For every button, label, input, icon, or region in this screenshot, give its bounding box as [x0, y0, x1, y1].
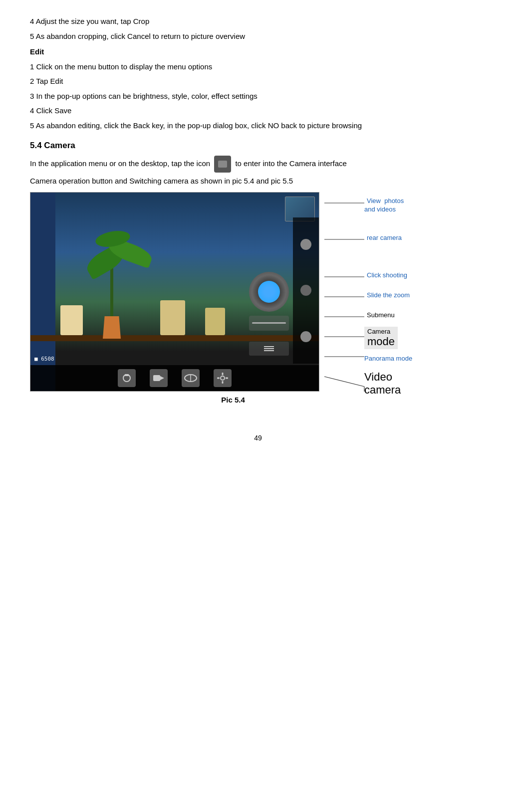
annotation-camera-mode: Camera mode: [364, 327, 398, 349]
svg-rect-10: [222, 373, 224, 375]
camera-ui-bar: [30, 365, 319, 391]
annotation-click-shooting: Click shooting: [364, 270, 410, 279]
camera-intro-1: In the application menu or on the deskto…: [30, 159, 210, 168]
annotation-submenu: Submenu: [364, 310, 397, 319]
camera-mode-large-label: mode: [367, 335, 395, 348]
shutter-inner: [258, 281, 280, 303]
camera-section: In the application menu or on the deskto…: [30, 156, 486, 404]
edit1-text: 1 Click on the menu button to display th…: [30, 60, 486, 73]
zoom-slider-area: [249, 316, 289, 331]
control-dot-2: [300, 285, 311, 296]
camera-mode-small-label: Camera: [367, 328, 395, 335]
para1-text: 4 Adjust the size you want, tap Crop: [30, 15, 486, 28]
svg-rect-0: [264, 346, 274, 347]
video-mode-btn[interactable]: [150, 369, 168, 387]
edit3-text: 3 In the pop-up options can be brightnes…: [30, 90, 486, 103]
svg-line-21: [324, 377, 364, 387]
camera-intro-3: Camera operation button and Switching ca…: [30, 177, 486, 185]
section-title: 5.4 Camera: [30, 141, 486, 151]
annotation-slide-zoom: Slide the zoom: [364, 290, 412, 299]
edit-section: Edit 1 Click on the menu button to displ…: [30, 45, 486, 132]
page-number: 49: [30, 434, 486, 442]
svg-rect-11: [222, 381, 224, 384]
settings-btn[interactable]: [214, 369, 232, 387]
plant-pot: [103, 316, 121, 339]
para2-text: 5 As abandon cropping, click Cancel to r…: [30, 30, 486, 43]
camera-mode-btn[interactable]: [118, 369, 136, 387]
shutter-button[interactable]: [249, 272, 289, 312]
edit-heading: Edit: [30, 47, 44, 56]
control-dot-3: [300, 331, 311, 342]
svg-rect-13: [226, 378, 228, 379]
svg-rect-4: [125, 374, 129, 376]
camera-intro: In the application menu or on the deskto…: [30, 156, 486, 173]
click-shooting-label: Click shooting: [364, 270, 410, 280]
submenu-label: Submenu: [364, 310, 397, 320]
svg-marker-6: [160, 376, 164, 380]
svg-rect-2: [264, 350, 274, 351]
annotations-container: View photos and videos rear camera Click…: [319, 192, 449, 392]
shelf-object-3: [205, 308, 225, 335]
video-camera-large-label: Videocamera: [364, 371, 401, 397]
svg-point-9: [221, 376, 225, 380]
paragraph-1: 4 Adjust the size you want, tap Crop 5 A…: [30, 15, 486, 42]
control-dot-1: [300, 239, 311, 250]
file-counter: ■ 6508: [34, 356, 54, 362]
right-controls: [293, 217, 319, 364]
panorama-mode-btn[interactable]: [182, 369, 200, 387]
svg-rect-1: [264, 348, 274, 349]
submenu-icon: [264, 345, 274, 352]
annotation-video-camera: Videocamera: [364, 371, 401, 397]
zoom-line: [252, 322, 286, 324]
slide-zoom-label: Slide the zoom: [364, 290, 412, 300]
page-content: 4 Adjust the size you want, tap Crop 5 A…: [30, 15, 486, 404]
svg-rect-12: [217, 378, 220, 379]
submenu-area[interactable]: [249, 342, 289, 356]
panorama-mode-label: Panorama mode: [364, 355, 412, 362]
view-photos-label: View photos and videos: [364, 196, 404, 214]
shelf-object-1: [60, 305, 83, 335]
edit2-text: 2 Tap Edit: [30, 75, 486, 88]
camera-screenshot: ■ 6508: [30, 192, 319, 392]
edit4-text: 4 Click Save: [30, 104, 486, 117]
shelf: [30, 335, 319, 341]
annotation-view-photos: View photos and videos: [364, 196, 404, 213]
annotation-rear-camera: rear camera: [364, 233, 404, 241]
camera-intro-2: to enter into the Camera interface: [235, 159, 346, 168]
svg-rect-5: [153, 375, 160, 381]
edit5-text: 5 As abandon editing, click the Back key…: [30, 119, 486, 132]
shelf-object-2: [160, 300, 185, 335]
rear-camera-label: rear camera: [364, 232, 404, 243]
camera-app-icon: [214, 156, 231, 173]
pic-caption: Pic 5.4: [0, 396, 486, 404]
annotation-panorama-mode: Panorama mode: [364, 354, 412, 362]
